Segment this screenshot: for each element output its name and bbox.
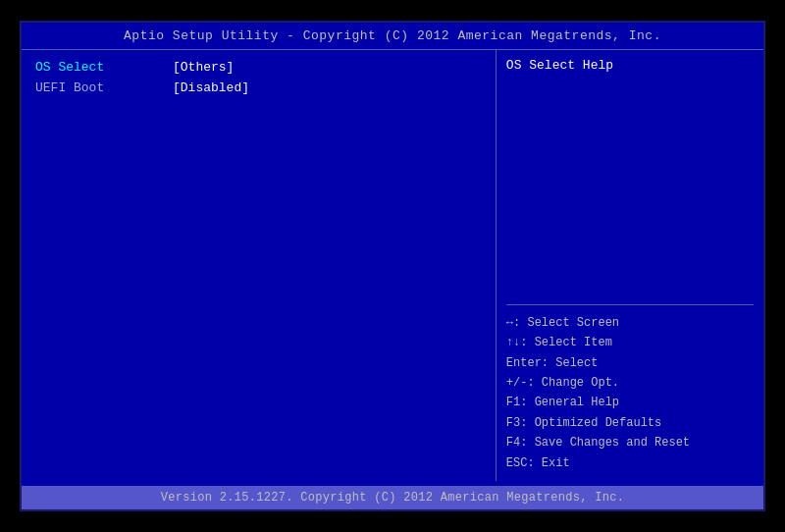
key-hint-3: Enter: Select — [506, 353, 754, 373]
right-panel: OS Select Help ↔: Select Screen ↑↓: Sele… — [497, 50, 763, 481]
key-hint-4: +/-: Change Opt. — [506, 373, 754, 393]
key-hint-7: F4: Save Changes and Reset — [506, 433, 754, 452]
footer-text: Version 2.15.1227. Copyright (C) 2012 Am… — [161, 491, 625, 505]
key-hint-2: ↑↓: Select Item — [506, 333, 754, 352]
left-panel: OS Select [Others] UEFI Boot [Disabled] — [22, 50, 497, 481]
menu-item-uefi-boot[interactable]: UEFI Boot [Disabled] — [31, 79, 486, 97]
help-title: OS Select Help — [506, 58, 754, 73]
menu-item-os-select[interactable]: OS Select [Others] — [31, 58, 486, 77]
header-bar: Aptio Setup Utility - Copyright (C) 2012… — [22, 23, 763, 49]
footer-bar: Version 2.15.1227. Copyright (C) 2012 Am… — [22, 486, 763, 509]
key-hint-6: F3: Optimized Defaults — [506, 413, 754, 433]
key-help-section: ↔: Select Screen ↑↓: Select Item Enter: … — [506, 313, 754, 473]
left-panel-content: OS Select [Others] UEFI Boot [Disabled] — [22, 50, 496, 107]
content-area: OS Select [Others] UEFI Boot [Disabled] … — [22, 49, 763, 481]
uefi-boot-value: [Disabled] — [173, 80, 249, 95]
header-title: Aptio Setup Utility - Copyright (C) 2012… — [124, 28, 661, 43]
os-select-label: OS Select — [35, 60, 173, 75]
uefi-boot-label: UEFI Boot — [35, 80, 173, 95]
help-divider — [506, 304, 754, 305]
key-hint-8: ESC: Exit — [506, 453, 754, 473]
key-hint-5: F1: General Help — [506, 393, 754, 412]
bios-screen: Aptio Setup Utility - Copyright (C) 2012… — [20, 21, 765, 511]
key-hint-1: ↔: Select Screen — [506, 313, 754, 333]
os-select-value: [Others] — [173, 60, 234, 75]
